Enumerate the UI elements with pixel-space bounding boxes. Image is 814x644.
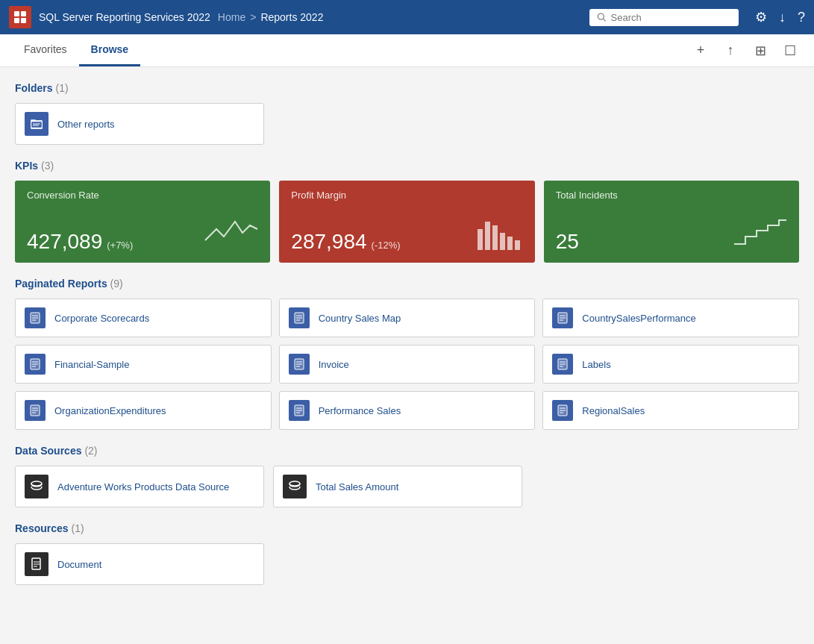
svg-rect-2	[14, 18, 19, 23]
report-labels[interactable]: Labels	[542, 345, 799, 384]
report-icon	[25, 307, 46, 328]
datasource-total-sales-label: Total Sales Amount	[316, 481, 398, 493]
svg-rect-14	[500, 233, 505, 250]
resource-document[interactable]: Document	[15, 543, 264, 585]
report-regional-sales-label: RegionalSales	[582, 405, 645, 416]
kpi-conversion-rate[interactable]: Conversion Rate 427,089 (+7%)	[15, 181, 270, 263]
data-sources-count: (2)	[84, 445, 97, 457]
kpi-conversion-rate-chart	[201, 214, 261, 254]
report-regional-sales[interactable]: RegionalSales	[542, 391, 799, 430]
breadcrumb-separator: >	[250, 11, 256, 23]
resources-count: (1)	[71, 522, 84, 534]
report-organization-expenditures-label: OrganizationExpenditures	[54, 405, 166, 416]
kpi-total-incidents-title: Total Incidents	[556, 190, 787, 201]
kpi-grid: Conversion Rate 427,089 (+7%) Profit Mar…	[15, 181, 799, 263]
paginated-reports-title: Paginated Reports	[15, 278, 107, 290]
report-icon	[289, 307, 310, 328]
svg-rect-15	[507, 237, 513, 250]
data-sources-section-header: Data Sources (2)	[15, 445, 799, 457]
kpi-profit-margin-value: 287,984	[291, 230, 366, 254]
svg-rect-12	[485, 222, 490, 250]
resources-title: Resources	[15, 522, 69, 534]
resources-grid: Document	[15, 543, 799, 585]
kpi-conversion-rate-change: (+7%)	[107, 240, 133, 251]
svg-rect-7	[31, 119, 36, 122]
breadcrumb: Home > Reports 2022	[218, 11, 324, 23]
report-icon	[552, 354, 573, 375]
grid-view-button[interactable]: ⊞	[748, 39, 772, 63]
svg-point-53	[31, 481, 42, 486]
folders-grid: Other reports	[15, 103, 799, 145]
report-icon	[289, 400, 310, 421]
settings-icon[interactable]: ⚙	[755, 10, 767, 24]
navbar: Favorites Browse + ↑ ⊞ ☐	[0, 34, 814, 67]
report-invoice[interactable]: Invoice	[279, 345, 536, 384]
report-country-sales-map[interactable]: Country Sales Map	[279, 298, 536, 337]
report-icon	[25, 400, 46, 421]
datasource-adventure-works[interactable]: Adventure Works Products Data Source	[15, 466, 264, 507]
resource-document-label: Document	[57, 559, 101, 570]
svg-rect-3	[21, 18, 26, 23]
report-financial-sample[interactable]: Financial-Sample	[15, 345, 272, 384]
svg-point-54	[289, 481, 300, 486]
svg-rect-13	[492, 225, 498, 250]
kpi-total-incidents-value: 25	[556, 230, 579, 254]
main-content: Folders (1) Other reports KPIs (3) Conve…	[0, 67, 814, 644]
detail-view-button[interactable]: ☐	[778, 39, 802, 63]
kpis-section-header: KPIs (3)	[15, 160, 799, 172]
header-icons: ⚙ ↓ ?	[755, 10, 805, 24]
resource-icon	[25, 552, 48, 576]
breadcrumb-current: Reports 2022	[260, 11, 323, 23]
tab-favorites[interactable]: Favorites	[12, 34, 79, 66]
breadcrumb-home[interactable]: Home	[218, 11, 245, 23]
paginated-reports-count: (9)	[110, 278, 123, 290]
kpi-profit-margin[interactable]: Profit Margin 287,984 (-12%)	[279, 181, 534, 263]
svg-rect-11	[478, 229, 483, 250]
svg-line-5	[604, 19, 606, 21]
kpis-count: (3)	[41, 160, 54, 172]
report-performance-sales[interactable]: Performance Sales	[279, 391, 536, 430]
datasources-grid: Adventure Works Products Data Source Tot…	[15, 466, 799, 507]
data-sources-title: Data Sources	[15, 445, 81, 457]
paginated-reports-section-header: Paginated Reports (9)	[15, 278, 799, 290]
datasource-total-sales[interactable]: Total Sales Amount	[273, 466, 522, 507]
report-invoice-label: Invoice	[319, 359, 349, 370]
folder-other-reports-label: Other reports	[57, 119, 115, 130]
kpi-profit-margin-change: (-12%)	[372, 240, 401, 251]
kpi-profit-margin-chart	[474, 214, 526, 254]
download-icon[interactable]: ↓	[779, 10, 786, 24]
folders-count: (1)	[55, 82, 68, 94]
resources-section-header: Resources (1)	[15, 522, 799, 534]
kpi-conversion-rate-value: 427,089	[27, 230, 102, 254]
search-input[interactable]	[611, 12, 731, 23]
folder-icon	[25, 112, 48, 136]
add-button[interactable]: +	[689, 39, 713, 63]
svg-rect-0	[14, 11, 19, 16]
upload-button[interactable]: ↑	[718, 39, 742, 63]
report-country-sales-performance[interactable]: CountrySalesPerformance	[542, 298, 799, 337]
kpi-profit-margin-title: Profit Margin	[291, 190, 522, 201]
help-icon[interactable]: ?	[798, 10, 805, 24]
folder-other-reports[interactable]: Other reports	[15, 103, 264, 145]
report-financial-sample-label: Financial-Sample	[54, 359, 129, 370]
kpi-total-incidents[interactable]: Total Incidents 25	[544, 181, 799, 263]
nav-actions: + ↑ ⊞ ☐	[689, 39, 802, 63]
datasource-adventure-works-label: Adventure Works Products Data Source	[57, 481, 229, 493]
report-organization-expenditures[interactable]: OrganizationExpenditures	[15, 391, 272, 430]
app-logo	[9, 6, 31, 28]
reports-grid: Corporate Scorecards Country Sales Map	[15, 298, 799, 430]
app-title: SQL Server Reporting Services 2022	[39, 11, 210, 23]
svg-point-4	[598, 13, 604, 19]
datasource-icon	[25, 475, 48, 498]
report-icon	[552, 400, 573, 421]
report-corporate-scorecards[interactable]: Corporate Scorecards	[15, 298, 272, 337]
report-country-sales-performance-label: CountrySalesPerformance	[582, 313, 695, 324]
svg-rect-8	[31, 122, 42, 128]
search-icon	[597, 12, 607, 22]
datasource-icon	[283, 475, 307, 498]
report-icon	[552, 307, 573, 328]
svg-rect-1	[21, 11, 26, 16]
report-icon	[289, 354, 310, 375]
tab-browse[interactable]: Browse	[79, 34, 141, 66]
search-box[interactable]	[589, 9, 739, 26]
